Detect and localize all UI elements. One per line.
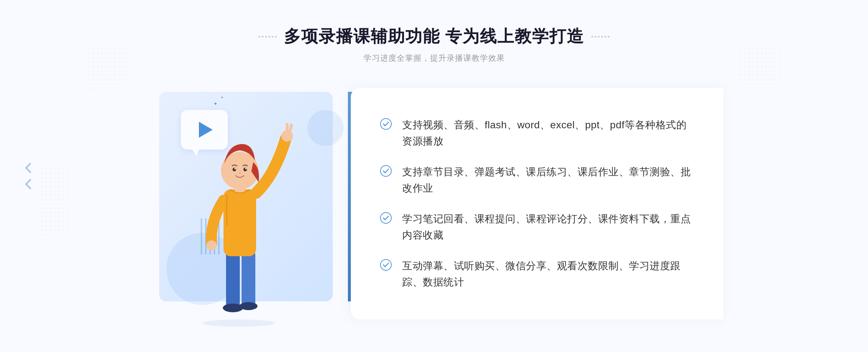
feature-item-2: 支持章节目录、弹题考试、课后练习、课后作业、章节测验、批改作业	[380, 160, 694, 200]
svg-rect-1	[226, 251, 240, 309]
svg-point-6	[281, 130, 293, 142]
title-decoration-right	[591, 36, 609, 38]
dot-decoration-top-right	[738, 47, 781, 90]
deco-circle-medium	[307, 110, 344, 146]
page-container: 多项录播课辅助功能 专为线上教学打造 学习进度全掌握，提升录播课教学效果 ✦ ✦	[0, 0, 868, 352]
star-decoration-2: ✦	[221, 95, 224, 99]
feature-text-1: 支持视频、音频、flash、word、excel、ppt、pdf等各种格式的资源…	[402, 117, 694, 150]
svg-point-18	[380, 213, 391, 223]
svg-point-4	[239, 302, 258, 310]
feature-item-4: 互动弹幕、试听购买、微信分享、观看次数限制、学习进度跟踪、数据统计	[380, 254, 694, 294]
illustration-container: ✦ ✦	[145, 81, 354, 327]
title-row: 多项录播课辅助功能 专为线上教学打造	[259, 25, 610, 48]
features-panel: 支持视频、音频、flash、word、excel、ppt、pdf等各种格式的资源…	[351, 88, 723, 319]
dot-decoration-mid-left	[40, 163, 69, 235]
feature-text-4: 互动弹幕、试听购买、微信分享、观看次数限制、学习进度跟踪、数据统计	[402, 258, 694, 291]
svg-point-14	[234, 168, 236, 169]
svg-point-16	[380, 119, 391, 129]
svg-rect-2	[242, 251, 255, 307]
feature-text-2: 支持章节目录、弹题考试、课后练习、课后作业、章节测验、批改作业	[402, 164, 694, 197]
dot-decoration-top-left	[87, 47, 130, 90]
check-icon-4	[380, 259, 392, 271]
header-section: 多项录播课辅助功能 专为线上教学打造 学习进度全掌握，提升录播课教学效果	[259, 25, 610, 64]
svg-point-13	[243, 168, 247, 171]
svg-line-8	[290, 125, 292, 131]
feature-text-3: 学习笔记回看、课程提问、课程评论打分、课件资料下载，重点内容收藏	[402, 211, 694, 244]
svg-point-0	[203, 319, 275, 327]
check-icon-3	[380, 212, 392, 224]
person-illustration	[174, 110, 304, 327]
subtitle: 学习进度全掌握，提升录播课教学效果	[259, 53, 610, 64]
feature-item-3: 学习笔记回看、课程提问、课程评论打分、课件资料下载，重点内容收藏	[380, 207, 694, 247]
title-decoration-left	[259, 36, 277, 38]
svg-point-17	[380, 166, 391, 176]
content-area: ✦ ✦	[145, 81, 723, 327]
star-decoration-1: ✦	[213, 101, 218, 107]
svg-point-9	[207, 240, 217, 250]
svg-point-19	[380, 259, 391, 270]
feature-item-1: 支持视频、音频、flash、word、excel、ppt、pdf等各种格式的资源…	[380, 113, 694, 153]
svg-point-12	[233, 168, 236, 171]
check-icon-1	[380, 118, 392, 130]
chevron-left-decoration	[22, 161, 36, 192]
check-icon-2	[380, 165, 392, 177]
main-title: 多项录播课辅助功能 专为线上教学打造	[284, 25, 584, 48]
svg-point-15	[245, 168, 247, 169]
